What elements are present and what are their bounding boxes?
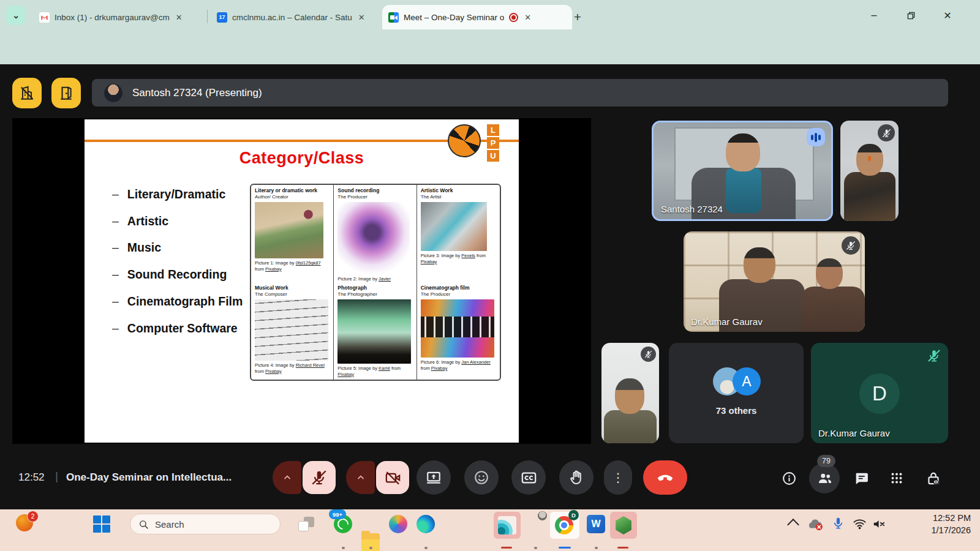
aurora-photo	[337, 299, 411, 364]
others-tile[interactable]: A 73 others	[669, 343, 804, 443]
lpu-letter: P	[487, 137, 499, 149]
close-icon[interactable]: ✕	[176, 13, 183, 22]
avatar: A	[733, 367, 761, 395]
table-cell-literary: Literary or dramatic work Author/ Creato…	[251, 185, 334, 282]
raise-hand-button[interactable]	[559, 460, 594, 495]
open-door-button[interactable]	[51, 78, 81, 108]
word-icon[interactable]: W	[587, 515, 605, 533]
presenter-banner: Santosh 27324 (Presenting)	[92, 79, 948, 107]
table-cell-sound: Sound recording The Producer Picture 2: …	[334, 185, 417, 282]
presenter-avatar	[104, 84, 123, 102]
windows-taskbar: 2 Search 99+ D W	[0, 509, 980, 551]
close-icon[interactable]: ✕	[358, 13, 365, 22]
video-tile-participant[interactable]	[840, 121, 899, 221]
participant-count-badge: 79	[817, 455, 835, 467]
taskbar-clock[interactable]: 12:52 PM 1/17/2026	[916, 512, 971, 536]
whatsapp-badge: 99+	[329, 509, 346, 519]
conference-app-icon	[498, 516, 516, 534]
chevron-down-icon: ⌄	[12, 10, 20, 20]
search-icon	[138, 519, 149, 530]
room-unavailable-button[interactable]	[12, 78, 42, 108]
tab-search-button[interactable]: ⌄	[6, 6, 26, 25]
presenter-banner-text: Santosh 27324 (Presenting)	[132, 87, 262, 99]
tab-meet-active[interactable]: Meet – One-Day Seminar o ✕	[382, 5, 572, 29]
clock-time: 12:52 PM	[916, 512, 971, 524]
start-button[interactable]	[93, 515, 110, 533]
more-options-button[interactable]: ⋮	[604, 460, 632, 495]
clock-date: 1/17/2026	[916, 524, 971, 536]
notification-badge: 2	[27, 511, 39, 522]
slide-bullet: – Music	[112, 234, 161, 261]
mic-off-button[interactable]	[303, 461, 336, 494]
tab-title: cmclnmu.ac.in – Calendar - Satu	[232, 13, 352, 22]
captions-button[interactable]	[511, 460, 546, 495]
wifi-icon[interactable]	[853, 517, 867, 531]
volume-muted-icon[interactable]	[872, 517, 886, 531]
presentation-stage: L P U Category/Class – Literary/Dramatic…	[12, 118, 591, 444]
video-tile-participant-small[interactable]	[601, 343, 659, 443]
camera-off-button[interactable]	[376, 461, 409, 494]
mic-muted-icon	[878, 124, 895, 141]
speaking-indicator-icon	[807, 128, 825, 146]
mic-options-button[interactable]	[273, 461, 301, 494]
task-view-button[interactable]	[298, 517, 314, 531]
edge-icon[interactable]	[417, 515, 435, 533]
present-screen-button[interactable]	[417, 460, 451, 495]
new-tab-button[interactable]: +	[568, 8, 587, 26]
copilot-icon[interactable]	[389, 515, 407, 533]
window-restore-button[interactable]	[902, 7, 920, 23]
camera-options-button[interactable]	[346, 461, 375, 494]
onedrive-error-icon[interactable]	[807, 517, 824, 531]
calendar-icon: 17	[217, 12, 227, 23]
meeting-details-button[interactable]	[781, 470, 797, 486]
building-slash-icon	[19, 85, 35, 101]
avatar: D	[859, 373, 900, 414]
tab-title: Meet – One-Day Seminar o	[404, 13, 504, 22]
active-app-tile-2[interactable]	[610, 512, 637, 539]
mic-in-use-icon[interactable]	[832, 517, 845, 530]
meeting-time: 12:52	[18, 471, 45, 484]
tab-separator	[207, 10, 208, 23]
participant-name: Santosh 27324	[661, 204, 723, 214]
mic-muted-icon	[641, 347, 656, 362]
host-controls-button[interactable]	[925, 470, 941, 486]
presentation-slide: L P U Category/Class – Literary/Dramatic…	[85, 119, 519, 443]
browser-tab-strip: ⌄ Inbox (1) - drkumargaurav@cm ✕ 17 cmcl…	[0, 0, 980, 29]
chrome-profile-badge: D	[568, 510, 579, 520]
reactions-button[interactable]	[464, 460, 499, 495]
video-tile-kumar-gaurav-audio[interactable]: D Dr.Kumar Gaurav	[811, 343, 948, 443]
door-icon	[58, 85, 74, 101]
tab-gmail[interactable]: Inbox (1) - drkumargaurav@cm ✕	[33, 5, 214, 29]
activities-button[interactable]	[889, 470, 905, 486]
tray-overflow-chevron-icon[interactable]	[789, 520, 797, 529]
participant-name: Dr.Kumar Gaurav	[691, 317, 763, 327]
active-app-tile[interactable]	[494, 512, 521, 539]
slide-title: Category/Class	[85, 149, 519, 168]
window-close-button[interactable]: ✕	[938, 7, 957, 23]
slide-bullet: – Literary/Dramatic	[112, 181, 225, 208]
meet-page: Santosh 27324 (Presenting) L P U Categor…	[0, 64, 980, 509]
recording-indicator-icon	[509, 13, 518, 22]
video-tile-kumar-gaurav[interactable]: Dr.Kumar Gaurav	[684, 231, 865, 332]
mic-muted-icon	[842, 236, 860, 255]
tab-calendar[interactable]: 17 cmclnmu.ac.in – Calendar - Satu ✕	[211, 5, 392, 29]
chat-button[interactable]	[853, 470, 869, 486]
slide-bullet: – Artistic	[112, 208, 168, 234]
lpu-letter: L	[487, 124, 499, 136]
divider: |	[55, 470, 58, 483]
table-cell-photograph: Photograph The Photographer Picture 5: I…	[334, 282, 417, 380]
film-strip-photo	[421, 299, 494, 358]
close-icon[interactable]: ✕	[524, 13, 531, 22]
browser-toolbar: meet.google.com/sxk-xzsy-xby?authuser=0 …	[0, 29, 980, 64]
table-cell-musical: Musical Work The Composer Picture 4: Ima…	[251, 282, 334, 380]
window-minimize-button[interactable]: –	[865, 7, 883, 23]
others-count-label: 73 others	[669, 405, 804, 416]
table-cell-artistic: Artistic Work The Artist Picture 3: Imag…	[417, 185, 500, 282]
chrome-profile-avatar	[538, 511, 547, 520]
leave-call-button[interactable]	[643, 460, 687, 495]
taskbar-search-box[interactable]: Search	[130, 514, 281, 534]
search-placeholder: Search	[155, 519, 184, 530]
video-tile-santosh[interactable]: Santosh 27324	[652, 121, 833, 221]
meeting-title: One-Day Seminar on Intellectua...	[66, 471, 268, 484]
people-icon[interactable]	[817, 470, 833, 486]
